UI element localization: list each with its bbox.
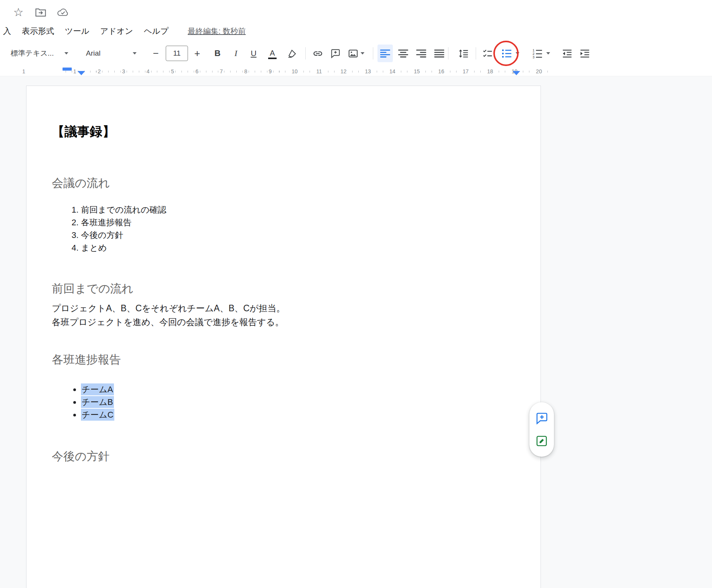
increase-indent-icon — [580, 48, 590, 59]
first-line-indent-marker[interactable] — [63, 68, 72, 71]
toolbar-separator — [373, 47, 373, 59]
numbered-list-chevron-icon[interactable] — [546, 52, 550, 55]
ruler-number: 6 — [185, 67, 209, 76]
ruler: 1 1234567891011121314151617181920 — [0, 67, 712, 76]
decrease-font-size-button[interactable]: − — [150, 45, 162, 62]
star-icon[interactable]: ☆ — [12, 5, 25, 19]
chevron-down-icon — [64, 52, 68, 55]
ruler-number: 2 — [87, 67, 112, 76]
ruler-number: 15 — [405, 67, 429, 76]
add-comment-button[interactable] — [328, 45, 342, 62]
cloud-saved-icon[interactable] — [56, 5, 70, 19]
decrease-indent-button[interactable] — [559, 45, 575, 62]
document-page[interactable]: 【議事録】 会議の流れ 前回までの流れの確認各班進捗報告今後の方針まとめ 前回ま… — [26, 86, 541, 588]
ruler-number: 16 — [429, 67, 453, 76]
menu-items: 入表示形式ツールアドオンヘルプ — [0, 24, 174, 38]
heading-previous-flow[interactable]: 前回までの流れ — [52, 281, 510, 296]
italic-button[interactable]: I — [230, 45, 242, 62]
bulleted-list-chevron-icon[interactable] — [516, 52, 519, 55]
font-label: Arial — [86, 49, 101, 58]
toolbar-separator — [305, 47, 306, 59]
insert-image-icon — [348, 48, 358, 59]
justify-button[interactable] — [432, 45, 447, 62]
underline-button[interactable]: U — [247, 45, 260, 62]
ruler-number: 11 — [307, 67, 331, 76]
suggest-edits-floating-button[interactable] — [534, 433, 549, 449]
align-center-button[interactable] — [396, 45, 411, 62]
ruler-number: 3 — [111, 67, 136, 76]
menu-item[interactable]: アドオン — [95, 24, 138, 38]
checklist-button[interactable] — [480, 45, 495, 62]
last-edit-link[interactable]: 最終編集: 数秒前 — [188, 26, 246, 36]
ruler-number: 14 — [380, 67, 405, 76]
chevron-down-icon — [133, 52, 137, 55]
menu-item[interactable]: 入 — [0, 24, 16, 38]
bold-button[interactable]: B — [211, 45, 224, 62]
checklist-icon — [483, 48, 493, 58]
right-indent-marker[interactable] — [513, 71, 520, 75]
menu-item[interactable]: 表示形式 — [16, 24, 59, 38]
toolbar-separator — [448, 47, 448, 59]
font-size-input[interactable]: 11 — [166, 46, 188, 61]
team-item[interactable]: チームA — [81, 383, 510, 396]
ruler-number: 20 — [527, 67, 551, 76]
ruler-number: 18 — [478, 67, 503, 76]
agenda-item[interactable]: 前回までの流れの確認 — [81, 203, 510, 216]
agenda-item[interactable]: 今後の方針 — [81, 229, 510, 241]
insert-image-button[interactable] — [345, 45, 361, 62]
text-color-button[interactable]: A — [265, 45, 279, 62]
move-folder-icon[interactable] — [34, 5, 48, 19]
paragraph: プロジェクトA、B、CをそれぞれチームA、B、Cが担当。各班プロジェクトを進め、… — [52, 301, 510, 329]
ruler-number: 8 — [234, 67, 258, 76]
agenda-list: 前回までの流れの確認各班進捗報告今後の方針まとめ — [52, 203, 510, 254]
add-comment-icon — [535, 411, 548, 424]
bulleted-list-icon — [501, 48, 512, 59]
justify-icon — [434, 49, 444, 58]
line-spacing-button[interactable] — [456, 45, 471, 62]
toolbar: 標準テキス... Arial − 11 + B I U A — [0, 41, 712, 66]
bulleted-list-button[interactable] — [499, 45, 514, 62]
highlighter-button[interactable] — [285, 45, 299, 62]
ruler-number: 4 — [136, 67, 160, 76]
text-color-letter: A — [270, 49, 275, 57]
paragraph-line[interactable]: プロジェクトA、B、CをそれぞれチームA、B、Cが担当。 — [52, 301, 510, 315]
doc-title[interactable]: 【議事録】 — [52, 124, 510, 140]
font-dropdown[interactable]: Arial — [81, 45, 141, 62]
align-right-button[interactable] — [414, 45, 429, 62]
ruler-number: 7 — [209, 67, 234, 76]
line-spacing-icon — [458, 48, 469, 59]
paragraph-style-label: 標準テキス... — [11, 48, 54, 58]
team-item[interactable]: チームC — [81, 408, 510, 421]
ruler-number: 5 — [160, 67, 185, 76]
text-color-swatch — [268, 58, 277, 59]
increase-indent-button[interactable] — [577, 45, 592, 62]
highlighter-icon — [287, 48, 297, 58]
insert-link-button[interactable] — [311, 45, 325, 62]
menubar: 入表示形式ツールアドオンヘルプ 最終編集: 数秒前 — [0, 24, 246, 38]
agenda-item[interactable]: まとめ — [81, 241, 510, 254]
paragraph-line[interactable]: 各班プロジェクトを進め、今回の会議で進捗を報告する。 — [52, 315, 510, 329]
align-left-button[interactable] — [377, 45, 393, 62]
heading-meeting-flow[interactable]: 会議の流れ — [52, 175, 510, 190]
align-center-icon — [398, 49, 408, 58]
heading-progress-report[interactable]: 各班進捗報告 — [52, 352, 510, 367]
left-indent-marker[interactable] — [77, 71, 85, 75]
menu-item[interactable]: ヘルプ — [138, 24, 174, 38]
add-comment-floating-button[interactable] — [534, 410, 549, 426]
team-item[interactable]: チームB — [81, 396, 510, 408]
ruler-number: 13 — [356, 67, 380, 76]
teams-list: チームAチームBチームC — [52, 383, 510, 421]
ruler-numbers: 1234567891011121314151617181920 — [63, 67, 551, 76]
increase-font-size-button[interactable]: + — [191, 45, 203, 62]
selected-text: チームB — [81, 396, 114, 408]
ruler-number: 17 — [453, 67, 478, 76]
numbered-list-button[interactable]: 1 2 3 — [529, 45, 545, 62]
menu-item[interactable]: ツール — [59, 24, 95, 38]
agenda-item[interactable]: 各班進捗報告 — [81, 216, 510, 229]
decrease-indent-icon — [562, 48, 572, 59]
paragraph-style-dropdown[interactable]: 標準テキス... — [7, 45, 72, 62]
image-dropdown-chevron-icon[interactable] — [361, 52, 364, 55]
heading-future-policy[interactable]: 今後の方針 — [52, 449, 510, 464]
align-left-icon — [380, 49, 390, 58]
add-comment-icon — [330, 48, 340, 58]
